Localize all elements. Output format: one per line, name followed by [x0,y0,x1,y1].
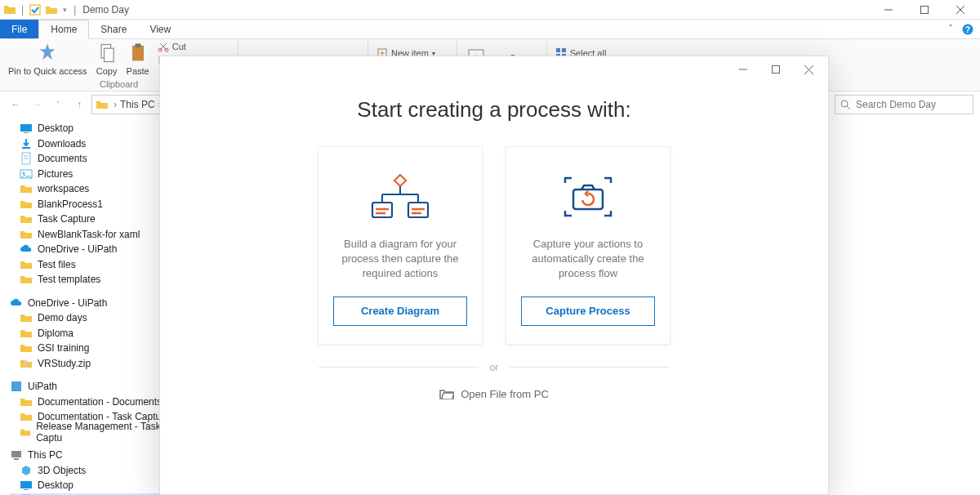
tree-item-label: Pictures [38,168,73,180]
tree-item-label: Test files [38,259,76,270]
folder-icon [20,410,33,423]
crumb-thispc[interactable]: This PC [120,99,155,110]
ribbon-tabs: File Home Share View ˆ ? [0,20,980,39]
folder-icon [20,212,33,225]
3d-icon [20,464,33,477]
tree-item[interactable]: workspaces [10,181,172,197]
tree-item-label: NewBlankTask-for xaml [38,229,140,240]
maximize-button[interactable] [906,0,942,20]
folder-icon [20,182,33,195]
cut-button[interactable]: Cut [158,40,229,53]
tree-item[interactable]: Demo days [10,310,172,326]
up-button[interactable]: ↑ [70,96,88,114]
tree-item-label: Documents [38,153,87,164]
svg-rect-2 [921,6,929,13]
open-folder-icon [439,388,454,399]
back-button[interactable]: ← [7,96,24,114]
download-icon [20,137,33,150]
svg-point-36 [23,172,25,174]
diagram-icon [368,168,433,225]
paste-button[interactable]: Paste [123,42,153,76]
window-title: Demo Day [82,4,129,16]
folder-icon [20,273,33,286]
tree-item-label: Downloads [38,138,86,149]
minimize-button[interactable] [871,0,906,20]
uipath-icon [10,380,23,393]
tree-item[interactable]: Release Management - Task Captu [10,425,172,440]
tree-item[interactable]: VRStudy.zip [10,356,172,372]
pin-quick-access-button[interactable]: Pin to Quick access [5,42,91,76]
svg-line-28 [847,106,850,109]
svg-rect-47 [773,66,780,74]
tree-item-label: OneDrive - UiPath [38,243,117,255]
tree-item[interactable]: OneDrive - UiPath [10,242,172,257]
folder-icon [20,395,33,408]
search-input[interactable]: Search Demo Day [835,95,973,114]
svg-rect-7 [132,46,144,61]
app-close-button[interactable] [792,58,825,81]
tree-item[interactable]: Desktop [10,121,172,136]
svg-rect-29 [20,124,32,132]
tree-item[interactable]: Desktop [10,478,172,493]
tree-item-label: Task Capture [38,213,96,225]
tab-home[interactable]: Home [38,20,89,39]
tree-item-label: Test templates [38,274,100,285]
folder-icon [96,98,109,111]
recent-dropdown[interactable]: ˅ [49,96,67,114]
folder-icon [20,311,33,324]
tree-item[interactable]: Task Capture [10,212,172,227]
tree-item-label: Desktop [38,479,74,491]
copy-button[interactable]: Copy [92,42,122,76]
separator: | [74,4,76,16]
app-minimize-button[interactable] [727,58,760,81]
folder-small-icon[interactable] [45,3,58,16]
tree-item[interactable]: Test files [10,257,172,273]
svg-rect-6 [104,48,114,61]
tree-item[interactable]: Downloads [10,136,172,152]
tree-item[interactable]: NewBlankTask-for xaml [10,227,172,243]
tree-item-label: Diploma [38,328,74,339]
zip-icon [20,357,33,370]
svg-rect-19 [556,48,560,52]
pic-icon [20,167,33,181]
close-button[interactable] [942,0,978,20]
explorer-titlebar: | ▾ | Demo Day [0,0,980,20]
tree-item[interactable]: Documents [10,151,172,167]
or-divider: or [318,362,670,373]
search-placeholder: Search Demo Day [856,99,936,110]
svg-rect-37 [25,360,27,368]
tree-item[interactable]: Documentation - Documents [10,395,172,410]
qat-dropdown-icon[interactable]: ▾ [63,6,67,14]
svg-rect-30 [24,132,29,133]
tree-item[interactable]: BlankProcess1 [10,197,172,212]
app-heading: Start creating a process with: [357,97,630,123]
tree-item-onedrive[interactable]: OneDrive - UiPath [10,296,172,311]
pc-icon [10,448,23,462]
tree-item[interactable]: Pictures [10,167,172,182]
svg-text:?: ? [965,25,970,34]
doc-icon [20,152,33,165]
svg-rect-39 [11,451,21,457]
app-maximize-button[interactable] [760,58,792,81]
open-file-button[interactable]: Open File from PC [439,388,549,400]
create-diagram-button[interactable]: Create Diagram [333,297,467,326]
tab-file[interactable]: File [0,20,38,38]
tree-item[interactable]: Test templates [10,272,172,288]
tab-share[interactable]: Share [89,20,138,38]
tab-view[interactable]: View [138,20,182,38]
svg-rect-40 [14,458,19,460]
svg-rect-8 [135,43,140,47]
svg-rect-20 [562,48,566,52]
help-icon[interactable]: ? [962,24,973,35]
tree-item-thispc[interactable]: This PC [10,448,172,463]
tree-item-label: VRStudy.zip [38,358,91,369]
nav-tree: DesktopDownloadsDocumentsPicturesworkspa… [0,118,172,495]
tree-item[interactable]: 3D Objects [10,463,172,479]
forward-button[interactable]: → [28,96,46,114]
ribbon-collapse-icon[interactable]: ˆ [949,24,952,35]
tree-item[interactable]: GSI training [10,341,172,356]
tree-item-uipath[interactable]: UiPath [10,379,172,395]
capture-process-button[interactable]: Capture Process [521,297,655,326]
tree-item[interactable]: Diploma [10,326,172,341]
save-icon[interactable] [29,3,42,16]
